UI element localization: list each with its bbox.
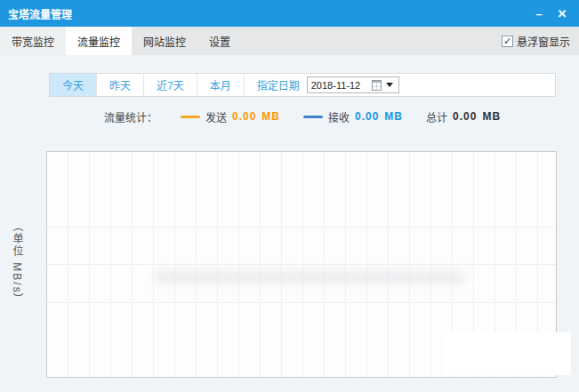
received-label: 接收 [328,109,350,124]
tab-website-monitor[interactable]: 网站监控 [132,27,197,55]
received-unit: MB [384,110,403,123]
floating-window-label: 悬浮窗显示 [517,34,570,49]
specify-date-label: 指定日期 [245,74,307,96]
received-stat: 接收 0.00 MB [303,109,403,124]
total-value: 0.00 [453,110,477,123]
filter-today-button[interactable]: 今天 [50,74,97,96]
total-label: 总计 [426,109,447,124]
total-stat: 总计 0.00 MB [426,109,501,124]
tab-bandwidth-monitor[interactable]: 带宽监控 [0,27,66,55]
floating-window-toggle[interactable]: ✓ 悬浮窗显示 [502,27,570,55]
filter-last7days-button[interactable]: 近7天 [144,74,197,96]
sent-label: 发送 [205,109,227,124]
sent-unit: MB [261,110,280,123]
date-picker[interactable] [307,76,399,93]
tab-traffic-monitor[interactable]: 流量监控 [66,27,132,55]
sent-stat: 发送 0.00 MB [181,109,280,124]
titlebar: 宝塔流量管理 – ✕ [0,0,579,27]
traffic-stats-row: 流量统计： 发送 0.00 MB 接收 0.00 MB 总计 0.00 MB [49,107,556,126]
tab-bar: 带宽监控 流量监控 网站监控 设置 ✓ 悬浮窗显示 [0,27,579,55]
calendar-icon[interactable] [372,80,382,91]
dropdown-arrow-icon[interactable] [386,83,393,87]
filter-thismonth-button[interactable]: 本月 [197,74,245,96]
received-value: 0.00 [355,110,379,123]
tab-settings[interactable]: 设置 [197,27,242,55]
sent-value: 0.00 [232,110,256,123]
minimize-icon[interactable]: – [527,4,551,23]
checkbox-checked-icon[interactable]: ✓ [502,36,513,47]
sent-legend-dash-icon [181,116,200,118]
total-unit: MB [482,110,501,123]
date-filter-bar: 今天 昨天 近7天 本月 指定日期 [49,73,556,97]
window-controls: – ✕ [527,0,574,27]
y-axis-unit-label: （单位 MB/s） [10,220,25,307]
window-title: 宝塔流量管理 [0,6,72,21]
close-icon[interactable]: ✕ [551,4,574,23]
overlay-white-box [443,332,571,375]
date-input[interactable] [308,80,370,91]
filter-yesterday-button[interactable]: 昨天 [97,74,144,96]
received-legend-dash-icon [303,116,323,118]
traffic-stats-label: 流量统计： [104,109,157,124]
chart-artifact-band [154,270,465,284]
